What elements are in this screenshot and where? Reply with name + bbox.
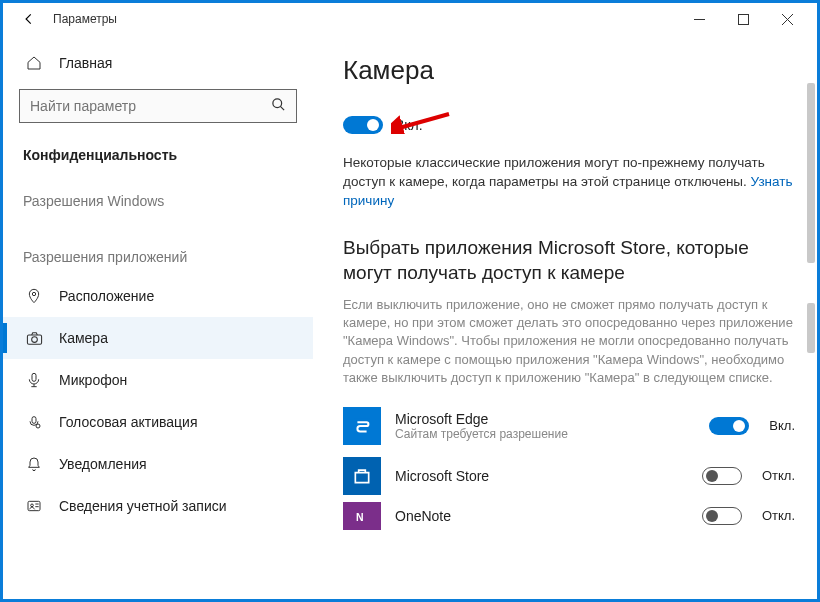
app-name: Microsoft Edge [395, 411, 709, 427]
account-icon [23, 498, 45, 514]
svg-point-4 [273, 99, 282, 108]
app-toggle-label: Откл. [762, 468, 795, 483]
location-icon [23, 288, 45, 304]
page-title: Камера [343, 55, 795, 86]
sidebar-item-microphone[interactable]: Микрофон [3, 359, 313, 401]
sidebar-home[interactable]: Главная [3, 43, 313, 83]
sidebar-item-label: Голосовая активация [59, 414, 198, 430]
sidebar-home-label: Главная [59, 55, 112, 71]
search-input[interactable] [30, 98, 271, 114]
main-content: Камера Вкл. Некоторые классические прило… [313, 35, 817, 599]
sidebar-item-account[interactable]: Сведения учетной записи [3, 485, 313, 527]
apps-section-heading: Выбрать приложения Microsoft Store, кото… [343, 235, 795, 286]
search-icon [271, 97, 286, 115]
edge-icon [343, 407, 381, 445]
window-title: Параметры [53, 12, 117, 26]
svg-rect-9 [32, 373, 36, 381]
app-toggle-label: Откл. [762, 508, 795, 523]
camera-icon [23, 330, 45, 347]
app-row-store: Microsoft Store Откл. [343, 451, 795, 501]
sidebar-group-apps: Разрешения приложений [3, 219, 313, 275]
titlebar: Параметры [3, 3, 817, 35]
svg-line-5 [280, 106, 284, 110]
svg-point-8 [31, 336, 37, 342]
svg-line-17 [399, 114, 449, 128]
search-box[interactable] [19, 89, 297, 123]
svg-text:N: N [356, 510, 364, 522]
svg-rect-1 [738, 14, 748, 24]
sidebar-item-voice[interactable]: Голосовая активация [3, 401, 313, 443]
home-icon [23, 55, 45, 71]
microphone-icon [23, 372, 45, 388]
app-subtext: Сайтам требуется разрешение [395, 427, 709, 441]
svg-point-6 [32, 292, 35, 295]
store-icon [343, 457, 381, 495]
app-name: OneNote [395, 508, 702, 524]
sidebar-section: Конфиденциальность [3, 135, 313, 175]
app-name: Microsoft Store [395, 468, 702, 484]
scrollbar-thumb[interactable] [807, 303, 815, 353]
sidebar-group-windows: Разрешения Windows [3, 175, 313, 219]
camera-description: Некоторые классические приложения могут … [343, 154, 795, 211]
apps-section-description: Если выключить приложение, оно не сможет… [343, 296, 795, 387]
app-toggle-edge[interactable] [709, 417, 749, 435]
bell-icon [23, 456, 45, 472]
app-row-onenote: N OneNote Откл. [343, 501, 795, 531]
sidebar-item-label: Расположение [59, 288, 154, 304]
voice-icon [23, 414, 45, 430]
sidebar-item-location[interactable]: Расположение [3, 275, 313, 317]
app-toggle-label: Вкл. [769, 418, 795, 433]
svg-point-11 [36, 424, 40, 428]
scrollbar-thumb[interactable] [807, 83, 815, 263]
minimize-button[interactable] [677, 5, 721, 33]
back-button[interactable] [17, 12, 41, 26]
sidebar-item-label: Уведомления [59, 456, 147, 472]
sidebar-item-notifications[interactable]: Уведомления [3, 443, 313, 485]
camera-master-toggle[interactable] [343, 116, 383, 134]
sidebar-item-label: Сведения учетной записи [59, 498, 227, 514]
sidebar-item-label: Микрофон [59, 372, 127, 388]
maximize-button[interactable] [721, 5, 765, 33]
sidebar-item-label: Камера [59, 330, 108, 346]
svg-point-13 [31, 504, 34, 507]
sidebar: Главная Конфиденциальность Разрешения Wi… [3, 35, 313, 599]
annotation-arrow [391, 108, 451, 134]
app-toggle-onenote[interactable] [702, 507, 742, 525]
app-toggle-store[interactable] [702, 467, 742, 485]
svg-rect-10 [32, 417, 36, 424]
onenote-icon: N [343, 502, 381, 530]
close-button[interactable] [765, 5, 809, 33]
app-row-edge: Microsoft Edge Сайтам требуется разрешен… [343, 401, 795, 451]
sidebar-item-camera[interactable]: Камера [3, 317, 313, 359]
